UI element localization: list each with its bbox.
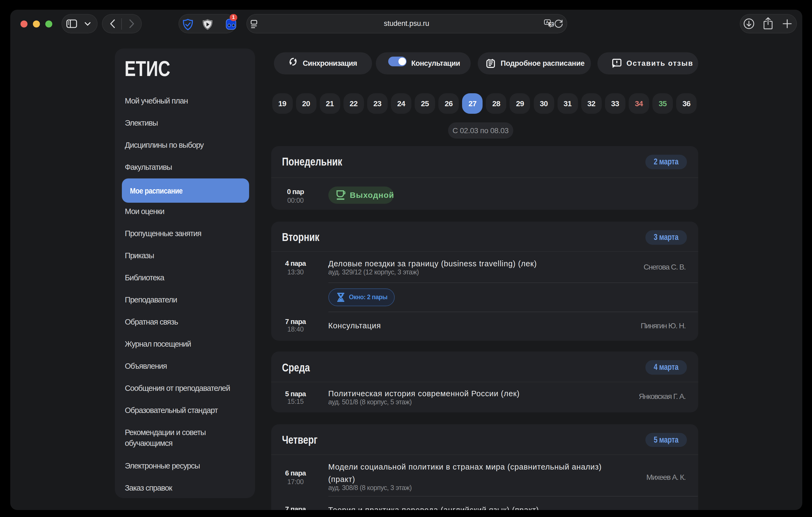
- svg-text:A: A: [545, 20, 548, 24]
- svg-text:文: 文: [549, 22, 553, 26]
